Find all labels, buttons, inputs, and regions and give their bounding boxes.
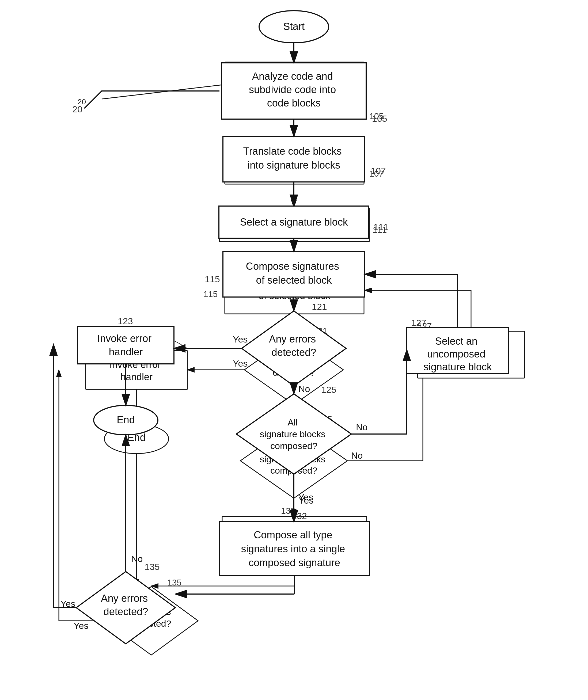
no-135-label: No	[131, 554, 143, 564]
diagram-ref-20: 20	[72, 104, 82, 114]
no-121-label: No	[298, 384, 310, 394]
node-111-label: Select a signature block	[240, 216, 348, 228]
yes-121-label: Yes	[233, 334, 248, 344]
ref-105: 105	[372, 113, 387, 124]
ref-107: 107	[371, 166, 386, 176]
ref-123: 123	[118, 316, 133, 326]
main-diagram: .box { fill: white; stroke: #111; stroke…	[0, 0, 588, 700]
ref-121: 121	[312, 302, 327, 312]
yes-125-label: Yes	[298, 492, 313, 502]
start-label: Start	[283, 21, 305, 32]
ref-111: 111	[373, 222, 389, 232]
ref-115: 115	[205, 274, 220, 284]
node-123	[78, 326, 174, 364]
no-125-label: No	[356, 422, 367, 432]
node-107	[223, 136, 365, 182]
node-115	[223, 252, 365, 297]
ref-135: 135	[145, 562, 160, 572]
ref-127: 127	[411, 318, 426, 328]
ref-125: 125	[321, 385, 336, 395]
end-label: End	[117, 414, 135, 425]
node-132-label: Compose all type signatures into a singl…	[241, 529, 348, 568]
yes-135-label: Yes	[60, 599, 75, 609]
